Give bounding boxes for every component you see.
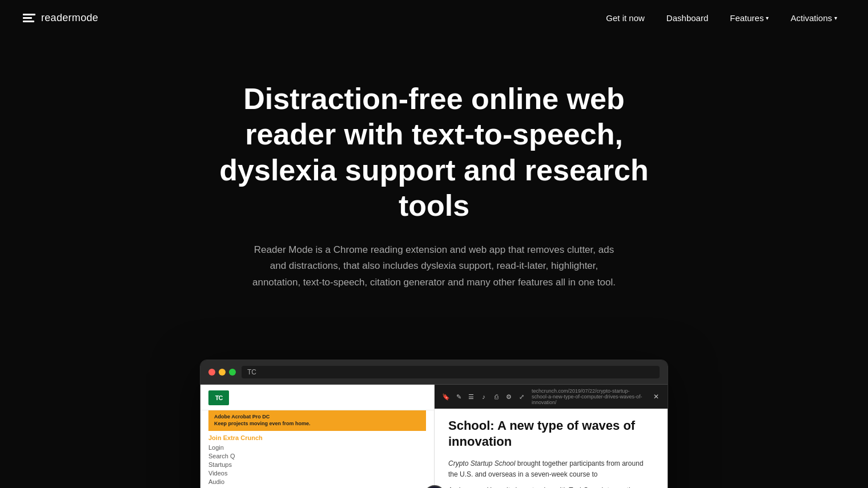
audio-icon[interactable]: ♪ [478,391,489,402]
maximize-dot [229,369,236,376]
nav-links: Get it now Dashboard Features ▾ Activati… [598,9,845,27]
minimize-dot [219,369,226,376]
left-nav-links: Login Search Q Startups Videos Audio New… [200,443,434,488]
logo-text: readermode [41,12,98,24]
join-label[interactable]: Join Extra Crunch [200,434,434,441]
hero-title: Distraction-free online web reader with … [200,81,668,224]
login-link[interactable]: Login [208,443,426,451]
reader-close-icon[interactable]: ✕ [650,391,662,402]
videos-link[interactable]: Videos [208,469,426,477]
nav-dashboard[interactable]: Dashboard [658,9,716,27]
ad-line2: Keep projects moving even from home. [214,421,420,427]
ad-banner: Adobe Acrobat Pro DC Keep projects movin… [208,410,426,430]
reader-content: School: A new type of waves of innovatio… [435,409,668,488]
reader-mode-panel: 🔖 ✎ ☰ ♪ ⎙ ⚙ ⤢ techcrunch.com/2019/07/22/… [435,385,668,488]
navbar: readermode Get it now Dashboard Features… [0,0,868,35]
window-controls [208,369,236,376]
browser-container: TC TC Adobe Acrobat Pro DC Keep projects… [0,360,868,488]
print-icon[interactable]: ⎙ [491,391,502,402]
bookmark-icon[interactable]: 🔖 [440,391,452,402]
reader-article-body: Crypto Startup School brought together p… [448,458,654,488]
tc-logo: TC [208,390,229,405]
newsletters-link[interactable]: Newsletters [208,486,426,488]
search-link[interactable]: Search Q [208,452,426,460]
expand-icon[interactable]: ⤢ [516,391,527,402]
ad-line1: Adobe Acrobat Pro DC [214,414,420,421]
nav-features[interactable]: Features ▾ [722,9,777,27]
browser-chrome: TC [200,360,668,385]
toolbar-icons-left: 🔖 ✎ ☰ ♪ ⎙ ⚙ ⤢ [440,391,527,402]
hero-section: Distraction-free online web reader with … [177,35,691,360]
features-chevron-icon: ▾ [766,15,769,21]
reader-toolbar: 🔖 ✎ ☰ ♪ ⎙ ⚙ ⤢ techcrunch.com/2019/07/22/… [435,385,668,409]
logo-link[interactable]: readermode [23,12,98,24]
close-dot [208,369,215,376]
settings-icon[interactable]: ⚙ [503,391,515,402]
startups-link[interactable]: Startups [208,461,426,469]
highlight-icon[interactable]: ✎ [453,391,464,402]
address-bar[interactable]: TC [242,366,660,378]
reader-article-title: School: A new type of waves of innovatio… [448,418,654,449]
logo-icon [23,14,35,22]
site-header: TC [200,385,434,410]
hero-subtitle: Reader Mode is a Chrome reading extensio… [251,242,617,292]
nav-activations[interactable]: Activations ▾ [782,9,845,27]
reader-body-intro: Crypto Startup School [448,459,515,467]
original-website-panel: TC Adobe Acrobat Pro DC Keep projects mo… [200,385,435,488]
browser-mockup: TC TC Adobe Acrobat Pro DC Keep projects… [200,360,668,488]
reader-url-bar: techcrunch.com/2019/07/22/crypto-startup… [527,388,650,405]
activations-chevron-icon: ▾ [834,15,837,21]
browser-content: TC Adobe Acrobat Pro DC Keep projects mo… [200,385,668,488]
list-icon[interactable]: ☰ [465,391,477,402]
nav-get-it-now[interactable]: Get it now [598,9,653,27]
audio-link[interactable]: Audio [208,478,426,486]
